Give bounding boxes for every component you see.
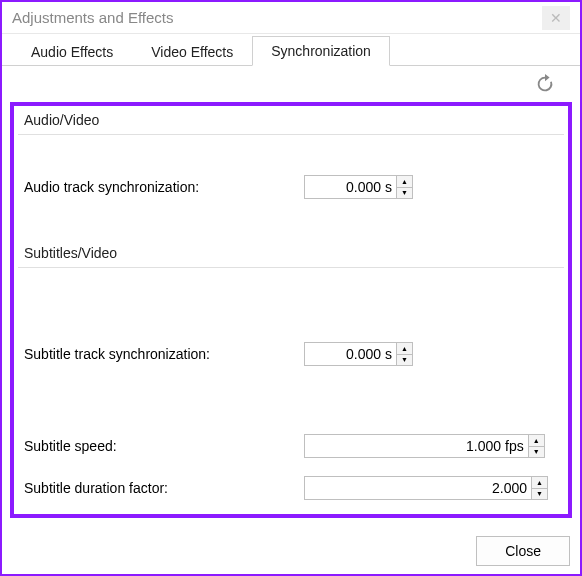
input-subtitle-duration-factor[interactable] [305, 477, 531, 499]
spin-subtitle-speed[interactable]: fps ▲ ▼ [304, 434, 545, 458]
spin-audio-track-sync[interactable]: s ▲ ▼ [304, 175, 413, 199]
group-subtitles-video: Subtitles/Video [14, 239, 568, 267]
chevron-up-icon[interactable]: ▲ [397, 343, 412, 355]
chevron-up-icon[interactable]: ▲ [532, 477, 547, 489]
window-close-button[interactable]: ✕ [542, 6, 570, 30]
unit-seconds: s [385, 346, 396, 362]
close-icon: ✕ [550, 10, 562, 26]
input-audio-track-sync[interactable] [305, 176, 385, 198]
label-subtitle-speed: Subtitle speed: [24, 438, 304, 454]
chevron-down-icon[interactable]: ▼ [529, 447, 544, 458]
chevron-down-icon[interactable]: ▼ [397, 188, 412, 199]
group-audio-video: Audio/Video [14, 106, 568, 134]
row-subtitle-speed: Subtitle speed: fps ▲ ▼ [14, 430, 568, 462]
spin-subtitle-duration-factor[interactable]: ▲ ▼ [304, 476, 548, 500]
chevron-down-icon[interactable]: ▼ [397, 355, 412, 366]
row-subtitle-duration-factor: Subtitle duration factor: ▲ ▼ [14, 472, 568, 504]
sync-panel: Audio/Video Audio track synchronization:… [10, 102, 572, 518]
refresh-icon[interactable] [534, 73, 556, 95]
stepper-arrows: ▲ ▼ [396, 176, 412, 198]
tab-bar: Audio Effects Video Effects Synchronizat… [2, 34, 580, 66]
spin-subtitle-track-sync[interactable]: s ▲ ▼ [304, 342, 413, 366]
dialog-footer: Close [476, 536, 570, 566]
unit-fps: fps [505, 438, 528, 454]
stepper-arrows: ▲ ▼ [396, 343, 412, 365]
tab-video-effects[interactable]: Video Effects [132, 37, 252, 66]
label-subtitle-duration-factor: Subtitle duration factor: [24, 480, 304, 496]
toolbar [2, 66, 580, 102]
unit-seconds: s [385, 179, 396, 195]
row-audio-track-sync: Audio track synchronization: s ▲ ▼ [14, 171, 568, 203]
titlebar: Adjustments and Effects ✕ [2, 2, 580, 34]
stepper-arrows: ▲ ▼ [528, 435, 544, 457]
tab-synchronization[interactable]: Synchronization [252, 36, 390, 66]
label-subtitle-track-sync: Subtitle track synchronization: [24, 346, 304, 362]
close-button[interactable]: Close [476, 536, 570, 566]
input-subtitle-speed[interactable] [305, 435, 505, 457]
stepper-arrows: ▲ ▼ [531, 477, 547, 499]
input-subtitle-track-sync[interactable] [305, 343, 385, 365]
tab-audio-effects[interactable]: Audio Effects [12, 37, 132, 66]
chevron-up-icon[interactable]: ▲ [529, 435, 544, 447]
chevron-down-icon[interactable]: ▼ [532, 489, 547, 500]
dialog-adjustments-effects: Adjustments and Effects ✕ Audio Effects … [0, 0, 582, 576]
chevron-up-icon[interactable]: ▲ [397, 176, 412, 188]
label-audio-track-sync: Audio track synchronization: [24, 179, 304, 195]
row-subtitle-track-sync: Subtitle track synchronization: s ▲ ▼ [14, 338, 568, 370]
window-title: Adjustments and Effects [12, 9, 542, 26]
